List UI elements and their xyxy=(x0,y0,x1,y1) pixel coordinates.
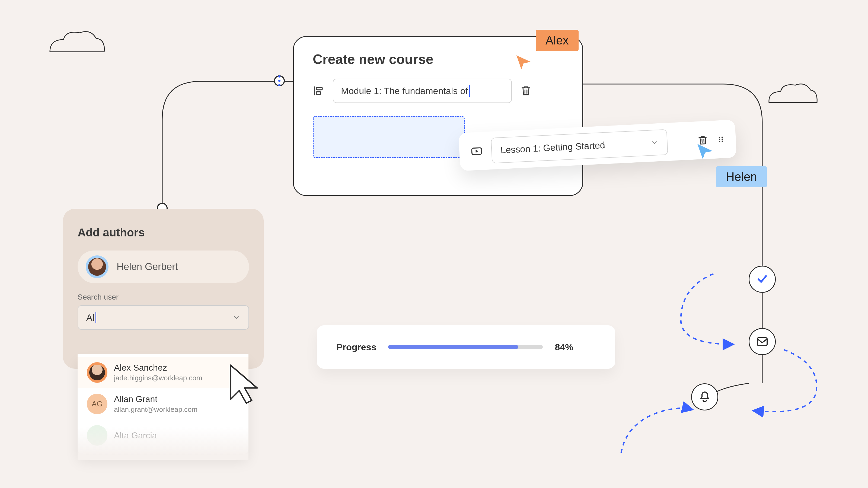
avatar: AG xyxy=(87,394,107,414)
search-user-value: Al xyxy=(86,312,94,323)
result-name: Alex Sanchez xyxy=(114,363,203,373)
svg-line-7 xyxy=(704,139,704,142)
lesson-drop-zone[interactable] xyxy=(313,116,465,158)
add-authors-title: Add authors xyxy=(78,226,249,239)
svg-point-8 xyxy=(718,137,720,138)
selected-author-chip[interactable]: Helen Gerbert xyxy=(78,251,249,283)
text-caret xyxy=(469,85,470,97)
cursor-alex-icon xyxy=(515,54,532,71)
progress-card: Progress 84% xyxy=(317,325,615,369)
search-user-label: Search user xyxy=(78,293,249,301)
search-user-input[interactable]: Al xyxy=(78,305,249,330)
search-result-item[interactable]: AG Allan Grant allan.grant@workleap.com xyxy=(78,388,248,420)
progress-bar xyxy=(388,345,543,349)
result-email: jade.higgins@workleap.com xyxy=(114,374,203,382)
module-title-value: Module 1: The fundamentals of xyxy=(341,86,468,96)
text-caret xyxy=(95,312,96,323)
flow-arrows xyxy=(610,258,855,464)
search-result-item[interactable]: Alta Garcia xyxy=(78,420,248,451)
result-name: Allan Grant xyxy=(114,394,197,404)
more-vertical-icon xyxy=(278,75,280,86)
avatar xyxy=(86,255,108,278)
svg-rect-2 xyxy=(316,92,321,94)
progress-percent: 84% xyxy=(555,342,573,352)
cursor-helen-icon xyxy=(696,142,715,161)
chevron-down-icon xyxy=(650,138,658,147)
drag-grip-icon[interactable] xyxy=(717,135,725,143)
video-play-icon xyxy=(470,144,484,158)
result-email: allan.grant@workleap.com xyxy=(114,405,197,414)
avatar xyxy=(87,362,107,383)
lesson-select-value: Lesson 1: Getting Started xyxy=(500,140,605,155)
progress-label: Progress xyxy=(336,342,376,352)
selected-author-name: Helen Gerbert xyxy=(117,261,178,272)
lesson-select[interactable]: Lesson 1: Getting Started xyxy=(491,129,668,163)
chevron-down-icon xyxy=(232,314,240,322)
align-left-icon[interactable] xyxy=(313,85,325,97)
svg-point-12 xyxy=(719,141,720,142)
search-result-item[interactable]: Alex Sanchez jade.higgins@workleap.com xyxy=(78,357,248,388)
collaborator-tag-helen: Helen xyxy=(716,166,767,187)
mouse-pointer-icon xyxy=(226,362,267,408)
panel-options-button[interactable] xyxy=(274,75,285,86)
create-course-panel: Create new course Module 1: The fundamen… xyxy=(293,36,583,196)
avatar xyxy=(87,425,107,446)
delete-module-button[interactable] xyxy=(520,85,532,97)
svg-point-10 xyxy=(719,138,720,140)
svg-point-11 xyxy=(721,138,723,140)
collaborator-tag-alex: Alex xyxy=(536,30,579,51)
result-name: Alta Garcia xyxy=(114,430,157,441)
module-title-input[interactable]: Module 1: The fundamentals of xyxy=(333,78,512,103)
svg-rect-1 xyxy=(316,87,322,90)
add-authors-panel: Add authors Helen Gerbert Search user Al xyxy=(63,209,264,369)
search-results-dropdown: Alex Sanchez jade.higgins@workleap.com A… xyxy=(78,354,248,454)
svg-point-9 xyxy=(721,136,723,138)
svg-point-13 xyxy=(721,140,723,142)
